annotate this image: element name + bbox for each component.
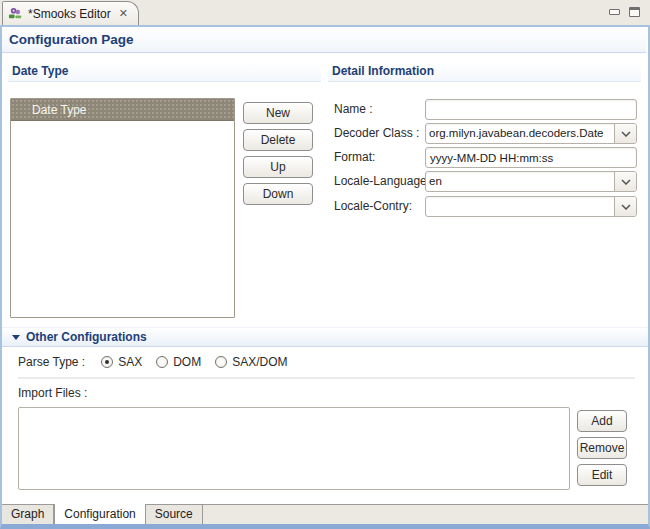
collapse-triangle-icon	[12, 335, 20, 340]
radio-dom[interactable]: DOM	[156, 355, 201, 369]
bottom-tab-configuration[interactable]: Configuration	[54, 504, 145, 524]
decoder-class-dropdown-button[interactable]	[614, 124, 636, 143]
other-configurations-section-header[interactable]: Other Configurations	[2, 327, 648, 347]
minimize-icon[interactable]	[609, 9, 620, 15]
edit-button[interactable]: Edit	[577, 464, 627, 486]
section-title-date-type: Date Type	[8, 62, 321, 82]
locale-language-combo[interactable]: en	[425, 171, 637, 192]
import-files-label: Import Files :	[18, 386, 87, 402]
maximize-icon[interactable]	[629, 7, 640, 17]
bottom-tab-source[interactable]: Source	[146, 505, 203, 524]
decoder-class-value: org.milyn.javabean.decoders.Date	[426, 124, 614, 143]
import-files-list[interactable]	[18, 407, 570, 490]
smooks-editor-window: *Smooks Editor ✕ Configuration Page Date…	[0, 0, 650, 529]
radio-sax-dom[interactable]: SAX/DOM	[215, 355, 287, 369]
section-title-detail-information: Detail Information	[328, 62, 641, 82]
locale-language-dropdown-button[interactable]	[614, 172, 636, 191]
radio-button-icon	[215, 356, 227, 368]
editor-tab-title: *Smooks Editor	[28, 7, 111, 21]
add-button[interactable]: Add	[577, 410, 627, 432]
locale-country-dropdown-button[interactable]	[614, 197, 636, 216]
locale-language-label: Locale-Language:	[334, 171, 430, 192]
smooks-editor-icon	[8, 6, 23, 21]
locale-country-value	[426, 197, 614, 216]
radio-button-icon	[156, 356, 168, 368]
bottom-tab-graph[interactable]: Graph	[2, 505, 54, 524]
bottom-tabbar: Graph Configuration Source	[2, 504, 648, 524]
date-type-list-header: Date Type	[11, 99, 234, 121]
format-input[interactable]	[425, 147, 637, 168]
delete-button[interactable]: Delete	[243, 129, 313, 151]
remove-button[interactable]: Remove	[577, 437, 627, 459]
editor-tabbar: *Smooks Editor ✕	[0, 0, 650, 25]
name-label: Name :	[334, 99, 373, 120]
locale-country-combo[interactable]	[425, 196, 637, 217]
name-input[interactable]	[425, 99, 637, 120]
decoder-class-combo[interactable]: org.milyn.javabean.decoders.Date	[425, 123, 637, 144]
decoder-class-label: Decoder Class :	[334, 123, 419, 144]
other-configurations-title: Other Configurations	[26, 330, 147, 344]
down-button[interactable]: Down	[243, 183, 313, 205]
parse-type-row: Parse Type : SAX DOM SAX/DOM	[18, 352, 288, 372]
format-label: Format:	[334, 147, 375, 168]
chevron-down-icon	[621, 204, 631, 210]
radio-sax[interactable]: SAX	[101, 355, 142, 369]
view-controls	[609, 7, 640, 17]
locale-language-value: en	[426, 172, 614, 191]
page-title: Configuration Page	[2, 27, 646, 53]
locale-country-label: Locale-Contry:	[334, 196, 412, 217]
editor-tab-smooks[interactable]: *Smooks Editor ✕	[2, 1, 139, 25]
chevron-down-icon	[621, 131, 631, 137]
chevron-down-icon	[621, 179, 631, 185]
up-button[interactable]: Up	[243, 156, 313, 178]
editor-content-frame: Configuration Page Date Type Date Type N…	[0, 25, 650, 529]
tab-close-icon[interactable]: ✕	[119, 8, 128, 19]
horizontal-separator	[18, 377, 635, 379]
date-type-list[interactable]: Date Type	[10, 98, 235, 318]
radio-button-icon	[101, 356, 113, 368]
new-button[interactable]: New	[243, 102, 313, 124]
parse-type-label: Parse Type :	[18, 355, 85, 369]
